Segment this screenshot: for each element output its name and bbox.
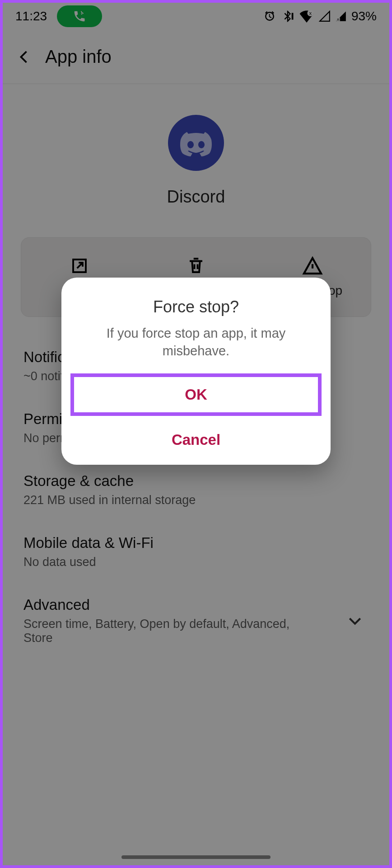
force-stop-dialog: Force stop? If you force stop an app, it…: [61, 278, 331, 465]
dialog-title: Force stop?: [61, 278, 331, 325]
dialog-message: If you force stop an app, it may misbeha…: [61, 325, 331, 373]
ok-button[interactable]: OK: [74, 386, 318, 403]
ok-button-highlight: OK: [70, 373, 322, 416]
cancel-button[interactable]: Cancel: [61, 420, 331, 462]
